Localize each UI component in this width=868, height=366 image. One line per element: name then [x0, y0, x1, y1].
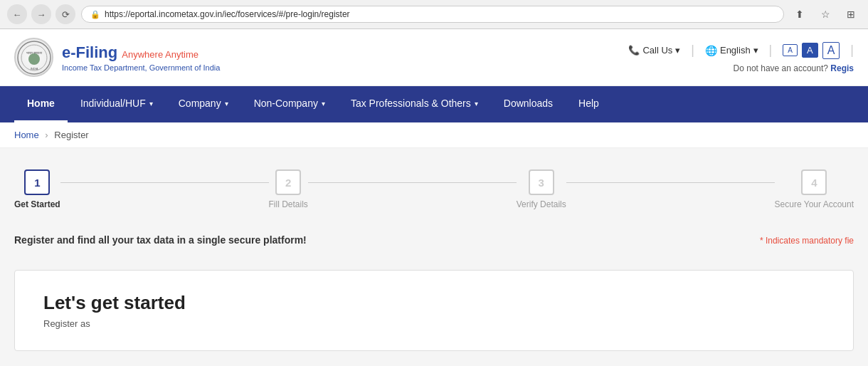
nav-item-noncompany[interactable]: Non-Company ▾ — [241, 86, 338, 122]
url-text: https://eportal.incometax.gov.in/iec/fos… — [105, 9, 350, 19]
divider-2: | — [769, 43, 773, 58]
phone-icon: 📞 — [628, 45, 640, 56]
step-1-circle: 1 — [24, 169, 50, 195]
nav-noncompany-label: Non-Company — [254, 98, 318, 109]
font-medium-button[interactable]: A — [802, 43, 818, 58]
step-4-label: Secure Your Account — [775, 199, 854, 209]
register-header-row: Register and find all your tax data in a… — [14, 234, 854, 249]
company-chevron-icon: ▾ — [225, 100, 228, 108]
forward-button[interactable]: → — [31, 4, 51, 24]
step-connector-3-4 — [566, 182, 775, 183]
efiling-tagline: Anywhere Anytime — [122, 49, 199, 60]
breadcrumb: Home › Register — [0, 122, 868, 148]
step-connector-1-2 — [60, 182, 269, 183]
browser-action-buttons: ⬆ ☆ ⊞ — [790, 4, 861, 24]
svg-text:INDIA: INDIA — [30, 67, 38, 70]
lock-icon: 🔒 — [90, 10, 100, 19]
share-button[interactable]: ⬆ — [790, 4, 810, 24]
step-4: 4 Secure Your Account — [775, 169, 854, 209]
breadcrumb-home[interactable]: Home — [14, 130, 39, 140]
browser-nav-buttons: ← → ⟳ — [7, 4, 75, 24]
step-1: 1 Get Started — [14, 169, 60, 209]
register-tagline: Register and find all your tax data in a… — [14, 234, 854, 246]
step-1-label: Get Started — [14, 199, 60, 209]
account-row: Do not have an account? Regis — [734, 63, 854, 73]
lang-chevron-icon: ▾ — [753, 45, 758, 56]
efiling-brand: e-Filing Anywhere Anytime — [62, 43, 220, 62]
nav-item-company[interactable]: Company ▾ — [166, 86, 241, 122]
extensions-button[interactable]: ⊞ — [841, 4, 861, 24]
step-2: 2 Fill Details — [269, 169, 308, 209]
nav-item-individual[interactable]: Individual/HUF ▾ — [68, 86, 166, 122]
nav-individual-label: Individual/HUF — [80, 98, 146, 109]
nav-home-label: Home — [27, 98, 55, 109]
refresh-button[interactable]: ⟳ — [55, 4, 75, 24]
step-connector-2-3 — [308, 182, 517, 183]
font-controls: A A A — [783, 42, 840, 59]
nav-item-home[interactable]: Home — [14, 86, 68, 122]
noncompany-chevron-icon: ▾ — [322, 100, 325, 108]
individual-chevron-icon: ▾ — [149, 100, 153, 108]
call-chevron-icon: ▾ — [675, 45, 680, 56]
logo-section: भारत सरकार INDIA e-Filing Anywhere Anyti… — [14, 38, 220, 77]
form-subtitle: Register as — [43, 318, 825, 329]
nav-item-downloads[interactable]: Downloads — [491, 86, 566, 122]
main-content: 1 Get Started 2 Fill Details 3 Verify De… — [0, 148, 868, 351]
divider-1: | — [691, 43, 694, 58]
nav-help-label: Help — [578, 98, 599, 109]
svg-point-3 — [28, 53, 40, 65]
step-3-label: Verify Details — [517, 199, 566, 209]
top-header: भारत सरकार INDIA e-Filing Anywhere Anyti… — [0, 29, 868, 86]
bookmark-button[interactable]: ☆ — [815, 4, 835, 24]
breadcrumb-separator: › — [45, 130, 48, 140]
header-top-row: 📞 Call Us ▾ | 🌐 English ▾ | A A A | — [628, 42, 854, 59]
logo-text: e-Filing Anywhere Anytime Income Tax Dep… — [62, 43, 220, 72]
back-button[interactable]: ← — [7, 4, 27, 24]
form-title: Let's get started — [43, 292, 825, 314]
header-right: 📞 Call Us ▾ | 🌐 English ▾ | A A A | Do n… — [628, 42, 854, 73]
nav-tax-label: Tax Professionals & Others — [351, 98, 471, 109]
breadcrumb-current: Register — [54, 130, 88, 140]
emblem-logo: भारत सरकार INDIA — [14, 38, 53, 77]
stepper: 1 Get Started 2 Fill Details 3 Verify De… — [14, 162, 854, 216]
font-large-button[interactable]: A — [822, 42, 840, 59]
divider-3: | — [850, 43, 854, 58]
language-selector[interactable]: 🌐 English ▾ — [705, 45, 758, 56]
step-2-circle: 2 — [275, 169, 301, 195]
nav-bar: Home Individual/HUF ▾ Company ▾ Non-Comp… — [0, 86, 868, 122]
font-small-button[interactable]: A — [783, 44, 798, 56]
step-3: 3 Verify Details — [517, 169, 566, 209]
step-2-label: Fill Details — [269, 199, 308, 209]
form-card: Let's get started Register as — [14, 270, 854, 351]
step-4-circle: 4 — [801, 169, 827, 195]
call-us-link[interactable]: 📞 Call Us ▾ — [628, 45, 680, 56]
globe-icon: 🌐 — [705, 45, 717, 56]
address-bar[interactable]: 🔒 https://eportal.incometax.gov.in/iec/f… — [81, 6, 784, 23]
register-link[interactable]: Regis — [830, 63, 854, 73]
tax-chevron-icon: ▾ — [475, 100, 478, 108]
step-3-circle: 3 — [529, 169, 554, 195]
nav-company-label: Company — [179, 98, 221, 109]
nav-downloads-label: Downloads — [504, 98, 553, 109]
nav-item-tax-professionals[interactable]: Tax Professionals & Others ▾ — [338, 86, 491, 122]
department-name: Income Tax Department, Government of Ind… — [62, 63, 220, 72]
mandatory-note: * Indicates mandatory fie — [760, 236, 854, 246]
browser-chrome: ← → ⟳ 🔒 https://eportal.incometax.gov.in… — [0, 0, 868, 29]
nav-item-help[interactable]: Help — [566, 86, 612, 122]
